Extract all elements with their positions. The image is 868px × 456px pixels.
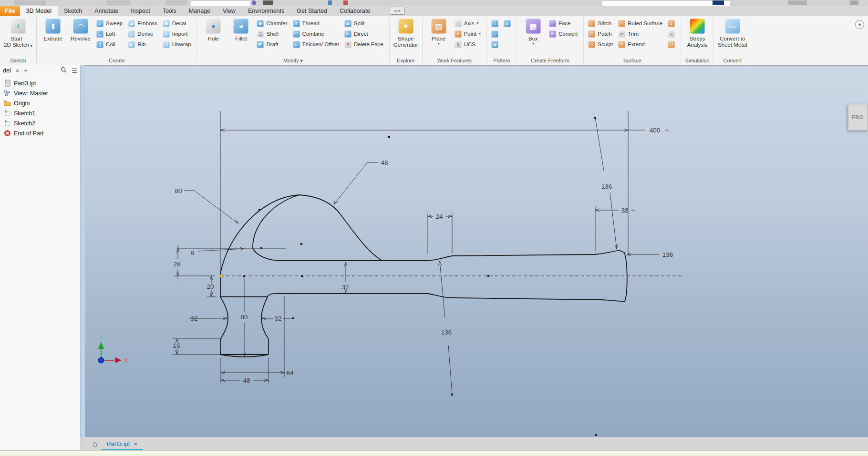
sketch-point[interactable] [243,275,245,277]
dimension-label[interactable]: 15 [173,342,180,349]
start-2d-sketch-button[interactable]: +Start 2D Sketch▾ [2,18,34,49]
convert-to-sheet-metal-button[interactable]: 〰Convert to Sheet Metal [716,18,748,49]
browser-node-sketch2[interactable]: Sketch2 [0,118,80,128]
browser-tab-label[interactable]: del [3,67,11,74]
dropdown-caret-icon[interactable]: ▾ [532,42,534,46]
split-button[interactable]: ⊟Split [343,18,386,29]
sketch-point[interactable] [594,117,596,119]
dropdown-caret-icon[interactable]: ▾ [476,21,478,25]
grid-pattern-button[interactable]: ⊞ [490,39,501,50]
menu-tab-tools[interactable]: Tools [156,6,183,16]
ribbon-collapse-button[interactable]: ▼ [855,20,864,29]
browser-tab-close-icon[interactable]: × [16,67,20,74]
delete-face-button[interactable]: ✕Delete Face [343,39,386,50]
shell-button[interactable]: ◳Shell [256,29,289,39]
mirror-button[interactable]: ◭ [503,18,513,29]
ruled-surface-button[interactable]: ◠Ruled Surface [617,18,665,29]
shape-generator-button[interactable]: ✶Shape Generator [392,18,420,49]
sketch-point[interactable] [451,394,453,395]
browser-node-sketch1[interactable]: Sketch1 [0,108,80,118]
document-tab-part3[interactable]: Part3.ipt × [101,437,143,451]
modeling-canvas[interactable]: 400488082820328032156448243232136136136Y… [85,65,868,437]
dimension-label[interactable]: 136 [662,251,673,258]
dimension-label[interactable]: 20 [207,283,214,290]
revolve-button[interactable]: ◠Revolve [67,18,94,43]
derive-button[interactable]: ❏Derive [127,29,160,39]
ucs-button[interactable]: ↳UCS [454,39,483,50]
dimension-label[interactable]: 48 [243,377,250,384]
browser-search-icon[interactable] [61,67,67,74]
sketch-point[interactable] [292,317,294,319]
dimension-label[interactable]: 24 [435,213,443,220]
dropdown-caret-icon[interactable]: ▾ [479,32,481,36]
origin-point[interactable] [98,357,104,363]
sketch-point[interactable] [388,136,390,138]
decal-button[interactable]: ▣Decal [162,18,194,29]
dimension-label[interactable]: 136 [441,329,452,336]
menu-tab-inspect[interactable]: Inspect [124,6,156,16]
home-view-button[interactable]: ⌂ [89,439,101,449]
extrude-button[interactable]: ⬆Extrude [39,18,67,43]
surface-tool-1-button[interactable]: ⇧ [667,18,677,29]
patch-button[interactable]: ◸Patch [587,29,615,39]
direct-button[interactable]: ⇱Direct [343,29,386,39]
convert-button[interactable]: ⟳Convert [548,29,580,39]
import-button[interactable]: ↴Import [162,29,194,39]
sketch-point[interactable] [258,209,260,211]
sketch-point[interactable] [595,434,597,436]
menu-tab-file[interactable]: File [0,6,20,16]
menu-tab-annotate[interactable]: Annotate [88,6,124,16]
coincident-point[interactable] [219,275,222,277]
sculpt-button[interactable]: ◔Sculpt [587,39,615,50]
hole-button[interactable]: ●Hole [199,18,227,43]
chamfer-button[interactable]: ◆Chamfer [256,18,289,29]
plane-button[interactable]: ▨Plane▾ [425,18,453,47]
unwrap-button[interactable]: ❐Unwrap [162,39,194,50]
extend-button[interactable]: ⤒Extend [617,39,665,50]
combine-button[interactable]: ❒Combine [292,29,341,39]
dimension-label[interactable]: 28 [173,261,180,268]
dimension-label[interactable]: 64 [286,369,294,376]
dropdown-caret-icon[interactable]: ▾ [31,44,32,48]
fillet-button[interactable]: ◕Fillet [227,18,255,43]
menu-tab-view[interactable]: View [217,6,242,16]
dimension-label[interactable]: 136 [601,183,612,190]
surface-tool-2-button[interactable]: ▲ [667,29,677,39]
box-button[interactable]: ▦Box▾ [519,18,547,47]
sketch-point[interactable] [260,247,262,249]
rect-pattern-button[interactable]: ⠿ [490,18,501,29]
browser-node-end-of-part[interactable]: End of Part [0,128,80,138]
trim-button[interactable]: ✂Trim [617,29,665,39]
dimension-label[interactable]: 32 [621,207,628,214]
draft-button[interactable]: ◩Draft [256,39,289,50]
dimension-label[interactable]: 48 [381,159,388,166]
sketch-point[interactable] [300,243,302,245]
rib-button[interactable]: ◣Rib [127,39,160,50]
sketch-point[interactable] [487,275,489,277]
panel-visibility-icon[interactable]: ▭▾ [390,7,405,15]
browser-menu-icon[interactable]: ☰ [72,67,77,74]
browser-node-origin[interactable]: Origin [0,98,80,108]
menu-tab-environments[interactable]: Environments [242,6,290,16]
dimension-label[interactable]: 32 [274,315,281,322]
sweep-button[interactable]: ◇Sweep [95,18,125,29]
menu-tab-collaborate[interactable]: Collaborate [333,6,376,16]
axis-button[interactable]: ⟋Axis▾ [454,18,483,29]
point-button[interactable]: ✦Point▾ [454,29,483,39]
dimension-label[interactable]: 80 [175,187,182,194]
thread-button[interactable]: ≋Thread [292,18,341,29]
face-button[interactable]: ◠Face [548,18,580,29]
dimension-label[interactable]: 8 [191,249,195,256]
dropdown-caret-icon[interactable]: ▾ [438,42,440,46]
browser-add-tab-icon[interactable]: + [24,67,28,74]
browser-node-part3-ipt[interactable]: Part3.ipt [0,78,80,88]
menu-tab-3d-model[interactable]: 3D Model [20,6,58,16]
document-tab-close-icon[interactable]: × [134,440,137,447]
menu-tab-get-started[interactable]: Get Started [290,6,333,16]
dimension-label[interactable]: 400 [650,127,661,134]
thicken-offset-button[interactable]: ▱Thicken/ Offset [292,39,341,50]
menu-tab-manage[interactable]: Manage [183,6,217,16]
surface-tool-3-button[interactable]: ❒ [667,39,677,50]
browser-node-view-master[interactable]: View: Master [0,88,80,98]
dimension-label[interactable]: 32 [190,315,197,322]
